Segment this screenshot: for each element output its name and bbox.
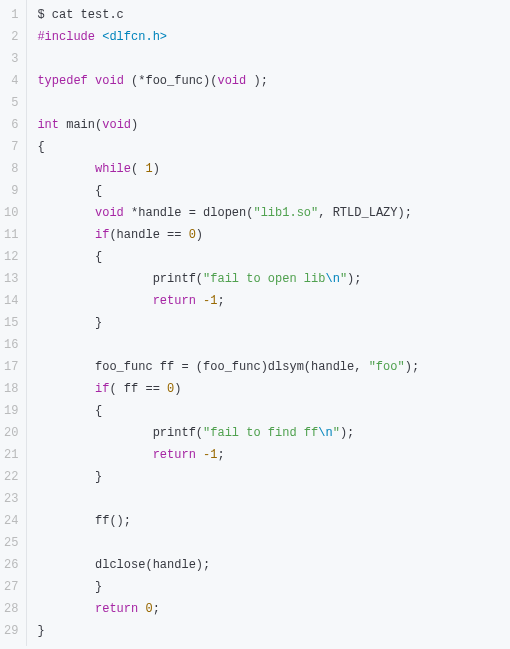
code-block: 1234567891011121314151617181920212223242… <box>0 0 510 646</box>
code-token: \n <box>325 272 339 286</box>
code-token: void <box>217 74 246 88</box>
code-token: void <box>95 206 124 220</box>
code-token: "fail to find ff <box>203 426 318 440</box>
code-source: $ cat test.c#include <dlfcn.h> typedef v… <box>27 0 510 646</box>
code-token <box>196 294 203 308</box>
code-token: "foo" <box>369 360 405 374</box>
code-line: dlclose(handle); <box>37 554 510 576</box>
line-number: 8 <box>4 158 18 180</box>
code-token: foo_func ff = (foo_func)dlsym(handle, <box>37 360 368 374</box>
code-token: void <box>102 118 131 132</box>
code-token: ) <box>196 228 203 242</box>
code-line <box>37 488 510 510</box>
code-line <box>37 532 510 554</box>
code-line: printf("fail to open lib\n"); <box>37 268 510 290</box>
code-token: { <box>37 250 102 264</box>
code-token: <dlfcn.h> <box>102 30 167 44</box>
line-number: 13 <box>4 268 18 290</box>
code-line: { <box>37 400 510 422</box>
line-number: 1 <box>4 4 18 26</box>
code-line: foo_func ff = (foo_func)dlsym(handle, "f… <box>37 356 510 378</box>
code-token: return <box>153 448 196 462</box>
code-token: { <box>37 140 44 154</box>
code-line: while( 1) <box>37 158 510 180</box>
code-line: if(handle == 0) <box>37 224 510 246</box>
line-number: 23 <box>4 488 18 510</box>
code-token: } <box>37 316 102 330</box>
code-token <box>196 448 203 462</box>
code-token: ( <box>131 162 145 176</box>
line-number: 20 <box>4 422 18 444</box>
code-token <box>88 74 95 88</box>
code-token: } <box>37 624 44 638</box>
code-token: -1 <box>203 448 217 462</box>
code-token: 0 <box>145 602 152 616</box>
line-number: 21 <box>4 444 18 466</box>
code-token: *handle = dlopen( <box>124 206 254 220</box>
code-token: if <box>95 382 109 396</box>
code-line: int main(void) <box>37 114 510 136</box>
line-number: 25 <box>4 532 18 554</box>
line-number: 24 <box>4 510 18 532</box>
code-line <box>37 334 510 356</box>
code-token: } <box>37 580 102 594</box>
code-line: { <box>37 246 510 268</box>
code-line: } <box>37 576 510 598</box>
line-number: 12 <box>4 246 18 268</box>
code-token: ) <box>153 162 160 176</box>
code-token: (*foo_func)( <box>124 74 218 88</box>
code-token: ); <box>405 360 419 374</box>
line-number: 3 <box>4 48 18 70</box>
code-line <box>37 92 510 114</box>
code-token: #include <box>37 30 95 44</box>
code-line: ff(); <box>37 510 510 532</box>
line-number: 2 <box>4 26 18 48</box>
code-token: return <box>95 602 138 616</box>
code-token: { <box>37 184 102 198</box>
code-token <box>37 382 95 396</box>
code-token: } <box>37 470 102 484</box>
code-token: printf( <box>37 272 203 286</box>
code-token: " <box>333 426 340 440</box>
code-token: ) <box>131 118 138 132</box>
code-token: " <box>340 272 347 286</box>
code-line: { <box>37 136 510 158</box>
code-token: ; <box>217 448 224 462</box>
line-number: 18 <box>4 378 18 400</box>
code-line <box>37 48 510 70</box>
code-token: ); <box>347 272 361 286</box>
code-token: 1 <box>145 162 152 176</box>
code-token <box>37 228 95 242</box>
line-number: 17 <box>4 356 18 378</box>
code-token: main <box>66 118 95 132</box>
line-number: 27 <box>4 576 18 598</box>
code-token: "fail to open lib <box>203 272 325 286</box>
code-token: \n <box>318 426 332 440</box>
code-line: return -1; <box>37 290 510 312</box>
code-token <box>37 294 152 308</box>
code-line: #include <dlfcn.h> <box>37 26 510 48</box>
code-token: -1 <box>203 294 217 308</box>
code-token: int <box>37 118 59 132</box>
code-token: , RTLD_LAZY); <box>318 206 412 220</box>
code-token: { <box>37 404 102 418</box>
line-number: 10 <box>4 202 18 224</box>
code-token: ); <box>340 426 354 440</box>
code-line: void *handle = dlopen("lib1.so", RTLD_LA… <box>37 202 510 224</box>
code-token: void <box>95 74 124 88</box>
code-token: 0 <box>189 228 196 242</box>
code-line: typedef void (*foo_func)(void ); <box>37 70 510 92</box>
code-line: printf("fail to find ff\n"); <box>37 422 510 444</box>
code-token: ( ff == <box>109 382 167 396</box>
line-number: 6 <box>4 114 18 136</box>
code-token: ; <box>217 294 224 308</box>
code-token <box>37 206 95 220</box>
line-number: 4 <box>4 70 18 92</box>
line-number-gutter: 1234567891011121314151617181920212223242… <box>0 0 27 646</box>
code-token: ) <box>174 382 181 396</box>
code-token <box>37 448 152 462</box>
code-token: typedef <box>37 74 87 88</box>
line-number: 11 <box>4 224 18 246</box>
code-line: } <box>37 312 510 334</box>
code-token: ff(); <box>37 514 131 528</box>
